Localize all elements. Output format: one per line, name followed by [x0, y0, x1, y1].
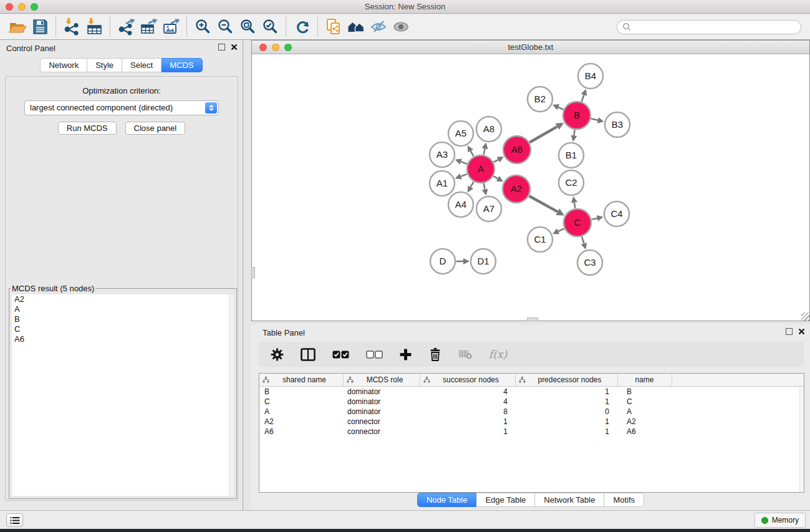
task-history-button[interactable]	[6, 513, 23, 527]
tab-motifs[interactable]: Motifs	[604, 493, 644, 507]
zoom-fit-button[interactable]	[236, 17, 259, 37]
close-panel-button[interactable]: Close panel	[125, 122, 186, 135]
import-network-button[interactable]	[60, 17, 83, 37]
network-zoom-button[interactable]	[284, 44, 292, 51]
show-all-button[interactable]	[390, 17, 412, 37]
graph-node-B4[interactable]: B4	[578, 64, 603, 89]
table-scrollbar[interactable]	[799, 387, 804, 492]
svg-text:A6: A6	[511, 144, 523, 155]
tab-network[interactable]: Network	[40, 58, 87, 72]
function-builder-button[interactable]: f(x)	[489, 348, 507, 360]
graph-node-C[interactable]: C	[564, 209, 591, 236]
table-settings-button[interactable]	[271, 348, 284, 361]
open-file-button[interactable]	[6, 17, 29, 37]
save-session-button[interactable]	[29, 17, 51, 37]
close-table-panel-icon[interactable]	[798, 328, 805, 335]
delete-table-button[interactable]	[459, 349, 472, 359]
graph-node-D1[interactable]: D1	[471, 249, 496, 274]
cell: B	[618, 387, 672, 397]
tab-edge-table[interactable]: Edge Table	[476, 493, 535, 507]
add-column-button[interactable]	[400, 349, 412, 360]
result-item-c[interactable]: C	[12, 324, 234, 334]
zoom-selected-button[interactable]	[259, 17, 281, 37]
dropdown-stepper-icon[interactable]	[205, 102, 217, 114]
hierarchy-icon	[423, 377, 430, 383]
graph-node-A1[interactable]: A1	[430, 171, 455, 196]
graph-node-A7[interactable]: A7	[476, 196, 501, 221]
zoom-window-button[interactable]	[31, 3, 38, 11]
memory-button[interactable]: Memory	[755, 513, 806, 528]
column-header-predecessor-nodes[interactable]: predecessor nodes	[516, 374, 618, 386]
minimize-window-button[interactable]	[18, 3, 26, 11]
resize-handle[interactable]	[801, 312, 809, 321]
result-item-a2[interactable]: A2	[12, 294, 234, 304]
optimization-criterion-dropdown[interactable]: largest connected component (directed)	[24, 100, 219, 115]
tab-style[interactable]: Style	[87, 58, 122, 72]
export-image-button[interactable]	[160, 17, 182, 37]
float-panel-icon[interactable]	[218, 44, 225, 51]
graph-node-B3[interactable]: B3	[605, 112, 630, 137]
graph-node-A5[interactable]: A5	[448, 121, 473, 146]
result-list-scrollbar[interactable]	[229, 294, 234, 496]
graph-node-A8[interactable]: A8	[476, 117, 501, 142]
table-row-a6[interactable]: A6connector11A6	[259, 427, 804, 437]
horizontal-scrollbar-thumb[interactable]	[527, 317, 538, 321]
export-table-button[interactable]	[137, 17, 160, 37]
close-panel-icon[interactable]	[231, 44, 238, 51]
tab-mcds[interactable]: MCDS	[162, 58, 202, 72]
network-minimize-button[interactable]	[272, 44, 279, 51]
graph-node-C4[interactable]: C4	[604, 201, 629, 226]
search-input[interactable]	[634, 22, 796, 31]
mcds-result-list[interactable]: A2ABCA6	[12, 294, 234, 496]
deselect-all-rows-button[interactable]	[366, 351, 383, 359]
tab-network-table[interactable]: Network Table	[535, 493, 604, 507]
zoom-in-button[interactable]	[191, 17, 214, 37]
graph-node-A[interactable]: A	[467, 155, 494, 183]
zoom-out-button[interactable]	[214, 17, 236, 37]
network-window-titlebar[interactable]: testGlobe.txt	[252, 41, 809, 54]
result-item-a[interactable]: A	[12, 304, 234, 314]
result-item-a6[interactable]: A6	[12, 334, 234, 344]
clone-network-button[interactable]	[322, 17, 345, 37]
column-header-shared-name[interactable]: shared name	[259, 374, 344, 386]
graph-node-C1[interactable]: C1	[528, 227, 552, 252]
tab-node-table[interactable]: Node Table	[417, 493, 477, 507]
graph-node-C3[interactable]: C3	[577, 250, 602, 275]
export-network-button[interactable]	[115, 17, 137, 37]
network-close-button[interactable]	[259, 44, 267, 51]
run-mcds-button[interactable]: Run MCDS	[58, 122, 117, 135]
graph-node-A2[interactable]: A2	[503, 175, 530, 203]
result-item-b[interactable]: B	[12, 314, 234, 324]
toolbar-separator	[317, 17, 318, 37]
graph-node-A4[interactable]: A4	[448, 192, 473, 217]
float-table-panel-icon[interactable]	[786, 328, 793, 335]
delete-column-button[interactable]	[428, 347, 442, 362]
graph-node-A3[interactable]: A3	[430, 142, 455, 167]
table-row-b[interactable]: Bdominator41B	[259, 387, 804, 397]
graph-node-B2[interactable]: B2	[528, 87, 552, 112]
tab-select[interactable]: Select	[122, 58, 162, 72]
network-canvas[interactable]: B4B2BB3A5A8A6A3AB1A1C2A2A4A7C4CC1C3DD1	[252, 55, 809, 321]
table-row-c[interactable]: Cdominator41C	[259, 397, 804, 407]
search-field[interactable]	[617, 20, 801, 34]
table-row-a2[interactable]: A2connector11A2	[259, 417, 804, 427]
graph-node-B1[interactable]: B1	[559, 143, 584, 168]
table-row-a[interactable]: Adominator80A	[259, 407, 804, 417]
svg-text:A: A	[478, 163, 484, 174]
graph-node-D[interactable]: D	[430, 249, 455, 274]
first-neighbors-button[interactable]	[345, 17, 367, 37]
close-window-button[interactable]	[6, 3, 13, 11]
vertical-scrollbar-thumb[interactable]	[251, 267, 255, 278]
graph-node-A6[interactable]: A6	[503, 136, 531, 163]
show-columns-button[interactable]	[301, 348, 316, 361]
graph-node-C2[interactable]: C2	[559, 170, 584, 195]
select-all-rows-button[interactable]	[332, 351, 349, 359]
refresh-button[interactable]	[291, 17, 313, 37]
hierarchy-icon	[347, 377, 354, 383]
hide-selected-button[interactable]	[367, 17, 390, 37]
import-table-button[interactable]	[83, 17, 105, 37]
column-header-mcds-role[interactable]: MCDS role	[344, 374, 420, 386]
graph-node-B[interactable]: B	[563, 102, 591, 129]
column-header-successor-nodes[interactable]: successor nodes	[420, 374, 516, 386]
column-header-name[interactable]: name	[618, 374, 672, 386]
